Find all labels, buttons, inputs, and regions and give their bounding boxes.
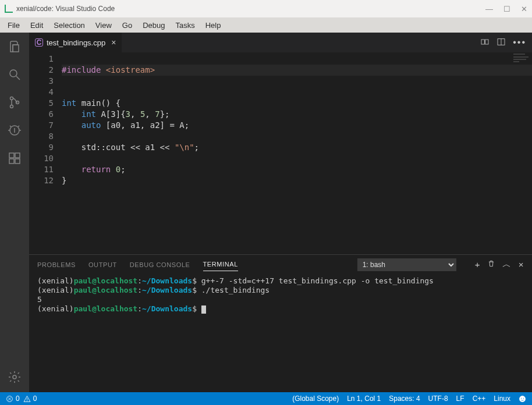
panel-tab-problems[interactable]: PROBLEMS [37, 261, 76, 268]
menu-edit[interactable]: Edit [25, 19, 48, 32]
activity-bar [0, 33, 29, 392]
feedback-smile-icon[interactable] [519, 395, 526, 403]
svg-line-8 [10, 126, 11, 127]
compare-changes-icon[interactable] [480, 37, 490, 48]
source-control-icon[interactable] [8, 95, 22, 109]
settings-gear-icon[interactable] [8, 370, 22, 384]
status-encoding[interactable]: UTF-8 [428, 395, 448, 403]
minimap[interactable] [513, 54, 531, 71]
more-actions-icon[interactable]: ••• [513, 37, 526, 48]
terminal-selector[interactable]: 1: bash [357, 258, 456, 271]
bottom-panel: PROBLEMS OUTPUT DEBUG CONSOLE TERMINAL 1… [29, 254, 532, 392]
status-os[interactable]: Linux [494, 395, 510, 403]
panel-tab-terminal[interactable]: TERMINAL [203, 261, 238, 271]
svg-point-26 [521, 397, 522, 398]
svg-rect-16 [481, 40, 484, 44]
menu-help[interactable]: Help [200, 19, 226, 32]
status-warnings[interactable]: 0 [23, 395, 37, 403]
svg-point-0 [10, 70, 17, 77]
panel-tab-debug-console[interactable]: DEBUG CONSOLE [130, 261, 190, 268]
svg-rect-12 [9, 159, 14, 164]
code-editor[interactable]: 1 2 3 4 5 6 7 8 9 10 11 12 #include <ios… [29, 52, 532, 254]
menubar: File Edit Selection View Go Debug Tasks … [0, 17, 532, 33]
svg-point-24 [27, 400, 27, 401]
terminal-cursor [201, 305, 206, 314]
terminal[interactable]: (xenial)paul@localhost:~/Downloads$ g++-… [29, 274, 532, 392]
window-title: xenial/code: Visual Studio Code [16, 5, 482, 13]
close-panel-icon[interactable]: × [519, 260, 524, 269]
svg-line-1 [16, 76, 20, 80]
split-editor-icon[interactable] [496, 37, 506, 48]
panel-tab-output[interactable]: OUTPUT [88, 261, 117, 268]
svg-point-25 [519, 396, 526, 402]
svg-rect-11 [9, 153, 14, 158]
extensions-icon[interactable] [8, 151, 22, 165]
tab-label: test_bindings.cpp [47, 38, 105, 47]
kill-terminal-icon[interactable] [487, 260, 495, 269]
status-errors[interactable]: 0 [6, 395, 20, 403]
svg-rect-14 [15, 153, 20, 158]
maximize-panel-icon[interactable]: ︿ [502, 259, 512, 270]
debug-icon[interactable] [8, 123, 22, 137]
status-indentation[interactable]: Spaces: 4 [389, 395, 420, 403]
explorer-icon[interactable] [8, 40, 22, 54]
line-gutter: 1 2 3 4 5 6 7 8 9 10 11 12 [29, 52, 62, 254]
code-content[interactable]: #include <iostream> int main() { int A[3… [62, 52, 532, 254]
cpp-file-icon: C [35, 38, 43, 47]
menu-selection[interactable]: Selection [48, 19, 90, 32]
svg-point-2 [10, 97, 13, 100]
status-cursor-position[interactable]: Ln 1, Col 1 [347, 395, 381, 403]
new-terminal-icon[interactable]: + [475, 260, 480, 269]
svg-point-15 [13, 375, 16, 379]
status-bar: 0 0 (Global Scope) Ln 1, Col 1 Spaces: 4… [0, 392, 532, 405]
search-icon[interactable] [8, 68, 22, 81]
svg-line-9 [18, 126, 19, 127]
menu-file[interactable]: File [2, 19, 25, 32]
tab-test-bindings[interactable]: C test_bindings.cpp × [29, 33, 122, 52]
menu-debug[interactable]: Debug [137, 19, 170, 32]
menu-view[interactable]: View [90, 19, 117, 32]
svg-point-3 [10, 105, 13, 108]
svg-rect-13 [15, 159, 20, 164]
menu-tasks[interactable]: Tasks [170, 19, 200, 32]
status-language[interactable]: C++ [473, 395, 486, 403]
svg-point-27 [523, 397, 524, 398]
window-minimize-button[interactable]: — [485, 5, 493, 13]
tab-close-icon[interactable]: × [111, 38, 116, 47]
os-titlebar: xenial/code: Visual Studio Code — ☐ ✕ [0, 0, 532, 17]
status-scope[interactable]: (Global Scope) [292, 395, 339, 403]
window-close-button[interactable]: ✕ [521, 5, 527, 13]
menu-go[interactable]: Go [117, 19, 137, 32]
app-logo-icon [5, 5, 13, 13]
window-maximize-button[interactable]: ☐ [503, 5, 510, 13]
status-eol[interactable]: LF [456, 395, 464, 403]
svg-rect-17 [485, 40, 488, 44]
editor-tabs: C test_bindings.cpp × ••• [29, 33, 532, 52]
